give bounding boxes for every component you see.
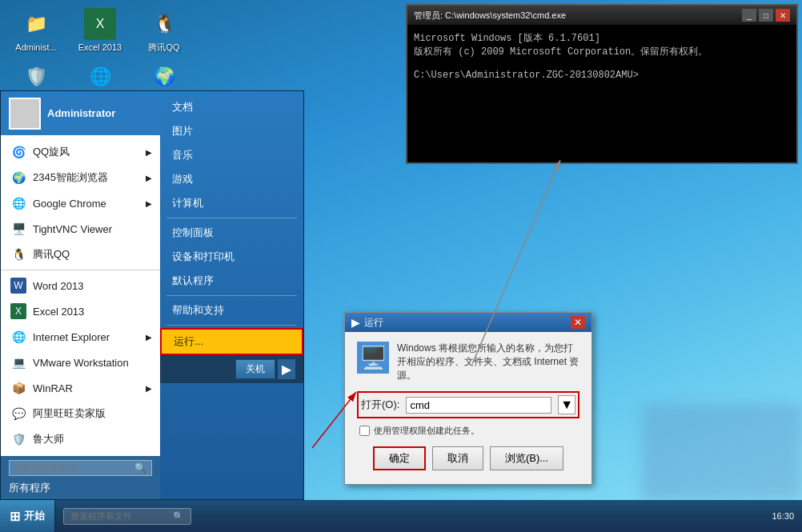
start-menu-item-vmware[interactable]: 💻 VMware Workstation — [1, 350, 160, 375]
tightvnc-icon: 🖥️ — [10, 221, 26, 237]
start-menu-item-winrar[interactable]: 📦 WinRAR ▶ — [1, 375, 160, 401]
start-menu: Administrator 🌀 QQ旋风 ▶ 🌍 2345智能浏览器 ▶ — [0, 90, 304, 500]
cmd-line4: C:\Users\Administrator.ZGC-20130802AMU> — [414, 70, 790, 81]
cmd-minimize-button[interactable]: _ — [742, 9, 756, 22]
run-browse-button[interactable]: 浏览(B)... — [490, 446, 563, 470]
start-right-devices[interactable]: 设备和打印机 — [160, 245, 303, 269]
run-command-input[interactable] — [406, 397, 551, 414]
taskbar: ⊞ 开始 🔍 16:30 — [0, 500, 802, 532]
taskbar-right-area: 16:30 — [772, 511, 802, 521]
start-menu-item-ie[interactable]: 🌐 Internet Explorer ▶ — [1, 324, 160, 350]
run-big-icon: 🖥️ — [357, 342, 389, 374]
cmd-line1: Microsoft Windows [版本 6.1.7601] — [414, 31, 790, 45]
start-right-help[interactable]: 帮助和支持 — [160, 298, 303, 322]
start-menu-item-qq-xuanfeng[interactable]: 🌀 QQ旋风 ▶ — [1, 139, 160, 165]
taskbar-middle: 🔍 — [55, 508, 772, 525]
taskbar-search-icon: 🔍 — [173, 511, 184, 522]
run-description-text: Windows 将根据您所输入的名称，为您打开相应的程序、文件夹、文档或 Int… — [397, 342, 579, 382]
desktop: 📁 Administ... X Excel 2013 🐧 腾讯QQ 🛡️ 鲁大师… — [0, 0, 802, 532]
start-menu-items-list: 🌀 QQ旋风 ▶ 🌍 2345智能浏览器 ▶ 🌐 Google Chrom — [1, 135, 160, 456]
start-right-controlpanel[interactable]: 控制面板 — [160, 221, 303, 245]
blurred-decoration — [642, 404, 802, 500]
run-titlebar: ▶ 运行 ✕ — [345, 313, 591, 332]
run-close-button[interactable]: ✕ — [571, 316, 585, 329]
run-checkbox-row: 使用管理权限创建此任务。 — [357, 425, 579, 437]
cmd-close-button[interactable]: ✕ — [776, 9, 790, 22]
start-right-computer[interactable]: 计算机 — [160, 191, 303, 215]
start-menu-bottom-bar: 🔍 所有程序 — [1, 456, 160, 499]
start-menu-item-tencentqq[interactable]: 🐧 腾讯QQ — [1, 242, 160, 267]
start-menu-item-tightvnc[interactable]: 🖥️ TightVNC Viewer — [1, 216, 160, 242]
taskbar-search-box[interactable]: 🔍 — [63, 508, 191, 525]
excel-icon: X — [10, 303, 26, 319]
word-icon: W — [10, 278, 26, 294]
run-admin-checkbox[interactable] — [359, 426, 370, 436]
username-label: Administrator — [47, 107, 115, 119]
2345-browser-icon: 🌍 — [10, 170, 26, 186]
cmd-line2: 版权所有 (c) 2009 Microsoft Corporation。保留所有… — [414, 45, 790, 58]
taskbar-search-input[interactable] — [70, 511, 173, 521]
cmd-title-text: 管理员: C:\windows\system32\cmd.exe — [414, 10, 742, 22]
desktop-icon-admin[interactable]: 📁 Administ... — [8, 8, 64, 53]
cmd-titlebar: 管理员: C:\windows\system32\cmd.exe _ □ ✕ — [407, 6, 796, 25]
start-search-box[interactable]: 🔍 — [9, 460, 152, 476]
all-programs-item[interactable]: 所有程序 — [9, 480, 152, 495]
run-header: 🖥️ Windows 将根据您所输入的名称，为您打开相应的程序、文件夹、文档或 … — [357, 342, 579, 382]
start-menu-item-word[interactable]: W Word 2013 — [1, 273, 160, 298]
start-menu-item-2345[interactable]: 🌍 2345智能浏览器 ▶ — [1, 165, 160, 190]
chrome-icon: 🌐 — [10, 195, 26, 211]
windows-orb-icon: ⊞ — [10, 509, 20, 524]
search-icon: 🔍 — [134, 462, 146, 474]
start-menu-left-panel: Administrator 🌀 QQ旋风 ▶ 🌍 2345智能浏览器 ▶ — [1, 91, 160, 499]
run-buttons-group: 确定 取消 浏览(B)... — [357, 446, 579, 470]
cmd-line3 — [414, 58, 790, 70]
start-right-divider3 — [166, 325, 297, 326]
start-menu-right-panel: 文档 图片 音乐 游戏 计算机 控制面板 设备和打印机 默认程序 帮助和支持 运… — [160, 91, 303, 499]
taskbar-time: 16:30 — [772, 511, 794, 521]
start-right-run[interactable]: 运行... — [160, 328, 303, 355]
user-avatar — [9, 98, 41, 130]
start-menu-divider1 — [1, 270, 160, 270]
run-ok-button[interactable]: 确定 — [373, 446, 426, 470]
tencentqq-icon: 🐧 — [10, 246, 26, 262]
start-shutdown-area: 关机 ▶ — [160, 355, 303, 383]
shutdown-button[interactable]: 关机 — [235, 359, 275, 379]
desktop-icon-qq1[interactable]: 🐧 腾讯QQ — [136, 8, 192, 53]
start-menu-item-aliwangwang[interactable]: 💬 阿里旺旺卖家版 — [1, 401, 160, 426]
shutdown-arrow-button[interactable]: ▶ — [278, 359, 295, 379]
cmd-body: Microsoft Windows [版本 6.1.7601] 版权所有 (c)… — [407, 25, 796, 162]
start-right-divider1 — [166, 218, 297, 218]
aliwangwang-icon: 💬 — [10, 406, 26, 422]
start-menu-user-header: Administrator — [1, 91, 160, 135]
run-body: 🖥️ Windows 将根据您所输入的名称，为您打开相应的程序、文件夹、文档或 … — [345, 332, 591, 484]
run-cancel-button[interactable]: 取消 — [432, 446, 483, 470]
winrar-icon: 📦 — [10, 380, 26, 396]
start-right-divider2 — [166, 295, 297, 296]
all-programs-label: 所有程序 — [9, 482, 50, 494]
start-menu-item-excel[interactable]: X Excel 2013 — [1, 298, 160, 324]
cmd-window[interactable]: 管理员: C:\windows\system32\cmd.exe _ □ ✕ M… — [406, 4, 798, 164]
cmd-titlebar-buttons: _ □ ✕ — [742, 9, 790, 22]
vmware-icon: 💻 — [10, 354, 26, 370]
run-input-row: 打开(O): ▼ — [357, 391, 579, 418]
start-button-label: 开始 — [24, 509, 45, 523]
ie-icon: 🌐 — [10, 329, 26, 345]
start-right-default-programs[interactable]: 默认程序 — [160, 269, 303, 293]
qq-xuanfeng-icon: 🌀 — [10, 144, 26, 160]
start-menu-item-chrome[interactable]: 🌐 Google Chrome ▶ — [1, 190, 160, 216]
start-search-input[interactable] — [14, 463, 134, 473]
start-right-pictures[interactable]: 图片 — [160, 119, 303, 143]
run-open-label: 打开(O): — [361, 398, 399, 412]
start-right-documents[interactable]: 文档 — [160, 95, 303, 119]
run-title-text: 运行 — [364, 316, 383, 330]
cmd-maximize-button[interactable]: □ — [759, 9, 773, 22]
start-menu-item-ludashi[interactable]: 🛡️ 鲁大师 — [1, 426, 160, 452]
run-dialog: ▶ 运行 ✕ 🖥️ Windows 将根据您所输入的名称，为您打开相应的程序、文… — [344, 312, 592, 485]
start-right-games[interactable]: 游戏 — [160, 167, 303, 191]
ludashi-icon: 🛡️ — [10, 431, 26, 447]
start-right-music[interactable]: 音乐 — [160, 143, 303, 167]
run-dropdown-button[interactable]: ▼ — [558, 395, 575, 414]
start-button[interactable]: ⊞ 开始 — [0, 500, 55, 532]
run-checkbox-label: 使用管理权限创建此任务。 — [374, 425, 479, 437]
desktop-icon-excel1[interactable]: X Excel 2013 — [72, 8, 128, 53]
